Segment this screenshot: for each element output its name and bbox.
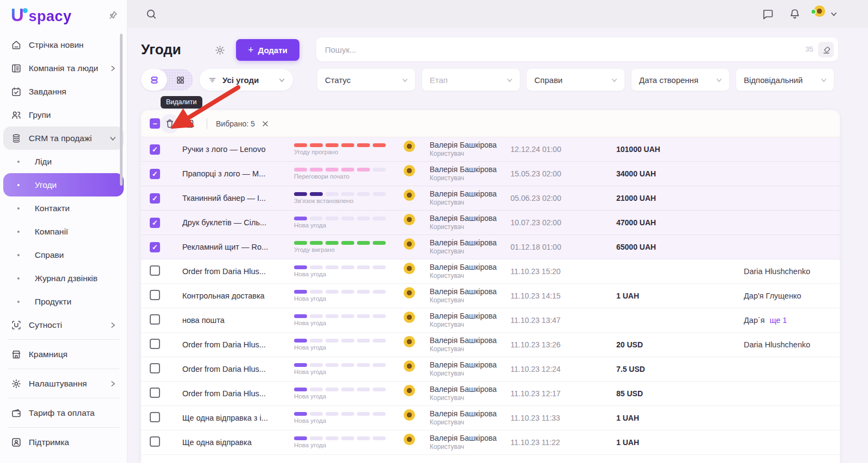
deal-name[interactable]: Order from Daria Hlus... xyxy=(182,267,266,276)
table-row[interactable]: Ще одна відправка з і... Нова угода Вале… xyxy=(141,406,840,430)
clear-selection-icon[interactable] xyxy=(261,120,269,128)
uspacy-logo[interactable]: Uspacy xyxy=(11,6,72,25)
owner-name[interactable]: Валерія Башкірова xyxy=(430,165,510,175)
filter-activities-dropdown[interactable]: Справи xyxy=(527,69,624,91)
filter-status-dropdown[interactable]: Статус xyxy=(317,69,415,91)
page-settings-gear-icon[interactable] xyxy=(214,45,226,56)
sidebar-item-tasks[interactable]: Завдання xyxy=(3,80,124,103)
sidebar-item-call-log[interactable]: Журнал дзвінків xyxy=(3,267,124,290)
sidebar-item-shop[interactable]: Крамниця xyxy=(3,343,124,366)
deal-name[interactable]: Друк буклетів — Сіль... xyxy=(182,218,266,227)
saved-filter-dropdown[interactable]: Усі угоди xyxy=(200,69,293,91)
deal-contact[interactable]: Дар`я xyxy=(744,316,765,325)
deal-name[interactable]: Ще одна відправка з і... xyxy=(182,414,268,422)
owner-name[interactable]: Валерія Башкірова xyxy=(430,263,510,272)
sidebar-item-crm[interactable]: CRM та продажі xyxy=(3,126,124,150)
export-selected-button[interactable] xyxy=(180,114,199,134)
row-checkbox[interactable] xyxy=(150,144,160,155)
deal-name[interactable]: Order from Daria Hlus... xyxy=(182,365,266,373)
row-checkbox[interactable] xyxy=(150,363,160,373)
deal-name[interactable]: Прапорці з лого — М... xyxy=(182,169,265,178)
table-row[interactable]: Контрольная доставка Нова угода Валерія … xyxy=(141,284,840,308)
table-row[interactable]: Order from Daria Hlus... Нова угода Вале… xyxy=(141,333,840,357)
deal-contact[interactable]: Daria Hlushchenko xyxy=(744,267,810,276)
stage-label: Нова угода xyxy=(294,320,405,326)
sidebar-item-support[interactable]: Підтримка xyxy=(3,430,124,454)
deal-name[interactable]: нова пошта xyxy=(182,316,225,325)
pin-sidebar-icon[interactable] xyxy=(107,10,118,21)
table-row[interactable]: Order from Daria Hlus... Нова угода Вале… xyxy=(141,382,840,406)
row-checkbox[interactable] xyxy=(150,314,160,325)
sidebar-item-groups[interactable]: Групи xyxy=(3,103,124,126)
deal-name[interactable]: Order from Daria Hlus... xyxy=(182,389,266,398)
table-row[interactable]: Прапорці з лого — М... Переговори почато… xyxy=(141,162,840,186)
table-row[interactable]: Order from Daria Hlus... Нова угода Вале… xyxy=(141,259,840,284)
owner-name[interactable]: Валерія Башкірова xyxy=(430,336,510,346)
deal-name[interactable]: Order from Daria Hlus... xyxy=(182,340,266,349)
row-checkbox[interactable] xyxy=(150,290,160,300)
sidebar-item-settings[interactable]: Налаштування xyxy=(3,372,124,395)
deal-name[interactable]: Контрольная доставка xyxy=(182,291,265,300)
table-row[interactable]: Order from Daria Hlus... Нова угода Вале… xyxy=(141,357,840,382)
filter-responsible-dropdown[interactable]: Відповідальний xyxy=(736,69,834,91)
table-row[interactable]: Тканинний банер — І... Зв’язок встановле… xyxy=(141,186,840,211)
sidebar-item-leads[interactable]: Ліди xyxy=(3,150,124,173)
owner-name[interactable]: Валерія Башкірова xyxy=(430,141,510,150)
table-row[interactable]: Ще одна відправка Нова угода Валерія Баш… xyxy=(141,430,840,455)
deal-contact[interactable]: Дар'я Глущенко xyxy=(744,291,801,300)
contact-more-link[interactable]: ще 1 xyxy=(770,316,787,325)
row-checkbox[interactable] xyxy=(150,412,160,422)
sidebar-item-activities[interactable]: Справи xyxy=(3,243,124,267)
search-input[interactable] xyxy=(316,37,838,61)
owner-name[interactable]: Валерія Башкірова xyxy=(430,189,510,199)
owner-name[interactable]: Валерія Башкірова xyxy=(430,434,510,443)
row-checkbox[interactable] xyxy=(150,193,160,204)
chat-icon[interactable] xyxy=(761,8,774,21)
sidebar-item-company-people[interactable]: Компанія та люди xyxy=(3,56,124,80)
deal-name[interactable]: Ще одна відправка xyxy=(182,438,252,447)
deal-created-date: 11.10.23 11:33 xyxy=(510,414,616,422)
table-row[interactable]: Друк буклетів — Сіль... Нова угода Валер… xyxy=(141,211,840,235)
filter-stage-dropdown[interactable]: Етап xyxy=(422,69,520,91)
owner-name[interactable]: Валерія Башкірова xyxy=(430,409,510,419)
sidebar-item-contacts[interactable]: Контакти xyxy=(3,196,124,220)
sidebar-item-billing[interactable]: Тариф та оплата xyxy=(3,401,124,424)
sidebar-item-entities[interactable]: Сутності xyxy=(3,313,124,337)
deal-name[interactable]: Рекламний щит — Ro... xyxy=(182,243,268,251)
delete-selected-button[interactable] xyxy=(160,114,180,134)
sidebar-scrollbar[interactable] xyxy=(120,34,123,186)
select-all-checkbox[interactable] xyxy=(150,118,160,129)
table-row[interactable]: Ручки з лого — Lenovo Угоду програно Вал… xyxy=(141,137,840,162)
eraser-icon[interactable] xyxy=(818,42,834,58)
row-checkbox[interactable] xyxy=(150,388,160,398)
deal-contact[interactable]: Daria Hlushchenko xyxy=(744,340,810,349)
row-checkbox[interactable] xyxy=(150,169,160,179)
owner-role: Користувач xyxy=(430,199,510,207)
deal-name[interactable]: Тканинний банер — І... xyxy=(182,194,266,202)
sidebar-item-products[interactable]: Продукти xyxy=(3,290,124,313)
owner-name[interactable]: Валерія Башкірова xyxy=(430,287,510,297)
deal-name[interactable]: Ручки з лого — Lenovo xyxy=(182,145,265,154)
row-checkbox[interactable] xyxy=(150,242,160,252)
owner-name[interactable]: Валерія Башкірова xyxy=(430,238,510,248)
sidebar-item-companies[interactable]: Компанії xyxy=(3,220,124,243)
list-view-button[interactable] xyxy=(141,69,167,91)
filter-created-date-dropdown[interactable]: Дата створення xyxy=(631,69,729,91)
profile-chevron-down-icon[interactable] xyxy=(829,10,838,18)
table-row[interactable]: Рекламний щит — Ro... Угоду виграно Вале… xyxy=(141,235,840,259)
add-deal-button[interactable]: Додати xyxy=(236,39,299,61)
sidebar-item-deals[interactable]: Угоди xyxy=(3,173,124,196)
row-checkbox[interactable] xyxy=(150,436,160,447)
kanban-view-button[interactable] xyxy=(167,69,193,91)
owner-name[interactable]: Валерія Башкірова xyxy=(430,312,510,321)
owner-name[interactable]: Валерія Башкірова xyxy=(430,385,510,395)
sidebar-item-news-feed[interactable]: Стрічка новин xyxy=(3,33,124,56)
owner-name[interactable]: Валерія Башкірова xyxy=(430,214,510,224)
owner-name[interactable]: Валерія Башкірова xyxy=(430,360,510,370)
notifications-bell-icon[interactable] xyxy=(788,8,801,21)
table-row[interactable]: нова пошта Нова угода Валерія Башкірова … xyxy=(141,308,840,333)
global-search-icon[interactable] xyxy=(145,8,157,20)
row-checkbox[interactable] xyxy=(150,218,160,228)
row-checkbox[interactable] xyxy=(150,265,160,276)
row-checkbox[interactable] xyxy=(150,339,160,349)
